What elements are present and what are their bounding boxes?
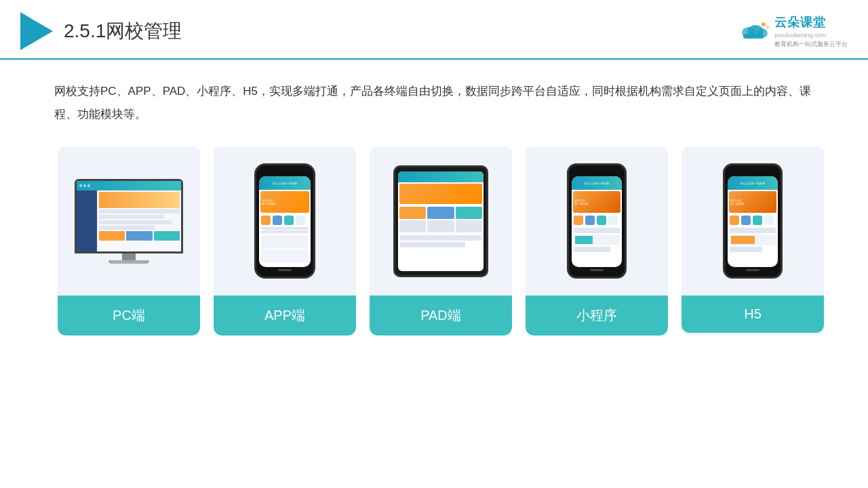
svg-rect-3 (743, 34, 764, 39)
description-text: 网校支持PC、APP、PAD、小程序、H5，实现多端打通，产品各终端自由切换，数… (54, 80, 827, 126)
svg-point-5 (766, 26, 769, 28)
phone-banner-text: 职达人的第一堂刷课 (262, 199, 275, 205)
brand-name: 云朵课堂 (774, 14, 848, 31)
h5-device-mockup: 职达人的第一堂刷课 职达人的第一堂刷课 (723, 163, 783, 279)
card-h5-image: 职达人的第一堂刷课 职达人的第一堂刷课 (682, 146, 824, 296)
cloud-icon (738, 19, 770, 43)
brand-tagline: 教育机构一站 (774, 40, 811, 49)
page-header: 2.5.1网校管理 云朵课堂 yunduoketang.com 教育机构一站 式… (0, 0, 868, 60)
page-title: 2.5.1网校管理 (64, 18, 182, 44)
title-main: 网校管理 (106, 20, 182, 41)
pad-device-mockup (393, 165, 488, 277)
card-h5-label: H5 (682, 296, 824, 333)
phone-screen: 职达人的第一堂刷课 职达人的第一堂刷课 (259, 176, 311, 267)
phone-outer: 职达人的第一堂刷课 职达人的第一堂刷课 (254, 163, 315, 279)
mini-phone-outer: 职达人的第一堂刷课 职达人的第一堂刷课 (567, 163, 627, 279)
card-pc-label: PC端 (58, 296, 200, 336)
h5-phone-notch (743, 168, 762, 172)
pad-outer (393, 165, 488, 277)
header-left: 2.5.1网校管理 (20, 12, 182, 50)
card-app-image: 职达人的第一堂刷课 职达人的第一堂刷课 (214, 146, 356, 296)
card-pc: PC端 (58, 146, 200, 336)
main-content: 网校支持PC、APP、PAD、小程序、H5，实现多端打通，产品各终端自由切换，数… (0, 60, 868, 349)
platform-cards: PC端 职达人的第一堂刷课 职达人的第一堂刷课 (54, 146, 827, 336)
pc-device-mockup (75, 179, 183, 264)
title-prefix: 2.5.1 (64, 20, 106, 41)
pad-screen (398, 171, 484, 271)
brand-logo: 云朵课堂 yunduoketang.com 教育机构一站 式服务云平台 (738, 14, 848, 48)
app-device-mockup: 职达人的第一堂刷课 职达人的第一堂刷课 (254, 163, 315, 279)
brand-text: 云朵课堂 yunduoketang.com 教育机构一站 式服务云平台 (774, 14, 848, 48)
logo-triangle-icon (20, 12, 53, 50)
card-pad: PAD端 (370, 146, 512, 336)
svg-point-4 (762, 22, 766, 26)
mini-phone-notch (587, 168, 606, 172)
mini-device-mockup: 职达人的第一堂刷课 职达人的第一堂刷课 (567, 163, 627, 279)
card-miniprogram-image: 职达人的第一堂刷课 职达人的第一堂刷课 (526, 146, 668, 296)
brand-domain: yunduoketang.com (774, 31, 848, 40)
card-miniprogram: 职达人的第一堂刷课 职达人的第一堂刷课 (526, 146, 668, 336)
h5-phone-outer: 职达人的第一堂刷课 职达人的第一堂刷课 (723, 163, 783, 279)
mini-phone-screen: 职达人的第一堂刷课 职达人的第一堂刷课 (572, 176, 622, 267)
card-h5: 职达人的第一堂刷课 职达人的第一堂刷课 (682, 146, 824, 336)
brand-tagline2: 式服务云平台 (811, 40, 848, 49)
card-app: 职达人的第一堂刷课 职达人的第一堂刷课 (214, 146, 356, 336)
card-app-label: APP端 (214, 296, 356, 336)
phone-notch (275, 168, 294, 172)
card-pc-image (58, 146, 200, 296)
card-pad-image (370, 146, 512, 296)
card-pad-label: PAD端 (370, 296, 512, 336)
card-miniprogram-label: 小程序 (526, 296, 668, 336)
h5-phone-screen: 职达人的第一堂刷课 职达人的第一堂刷课 (728, 176, 778, 267)
pc-monitor (75, 179, 183, 253)
